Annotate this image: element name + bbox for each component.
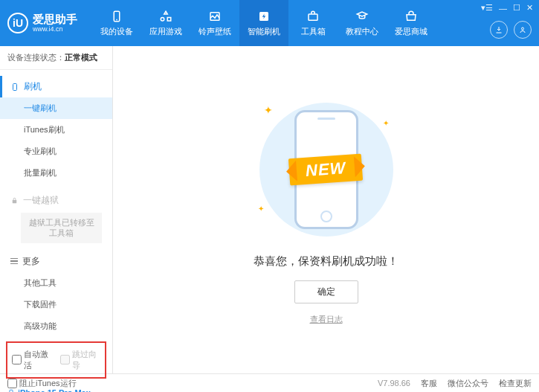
nav-tutorials[interactable]: 教程中心 (338, 0, 387, 46)
view-log-link[interactable]: 查看日志 (310, 314, 343, 325)
svg-rect-4 (309, 14, 317, 20)
footer-link-support[interactable]: 客服 (421, 378, 437, 389)
footer-link-wechat[interactable]: 微信公众号 (448, 378, 488, 389)
sidebar-item-itunes-flash[interactable]: iTunes刷机 (0, 119, 112, 141)
toolbox-icon (306, 9, 320, 24)
nav-apps-games[interactable]: 应用游戏 (141, 0, 190, 46)
logo: iU 爱思助手 www.i4.cn (7, 13, 77, 33)
sidebar-section-flash[interactable]: 刷机 (0, 76, 112, 97)
app-subtitle: www.i4.cn (33, 25, 77, 33)
user-icon[interactable] (514, 21, 532, 39)
store-icon (404, 9, 419, 24)
svg-rect-6 (13, 83, 17, 90)
app-title: 爱思助手 (33, 13, 77, 26)
sidebar-item-oneclick-flash[interactable]: 一键刷机 (0, 97, 112, 119)
success-illustration: ✦ ✦ ✦ NEW (237, 95, 416, 244)
device-icon (109, 9, 124, 24)
tutorial-icon (355, 9, 369, 24)
sidebar-section-jailbreak: 一键越狱 (0, 190, 112, 211)
sidebar-item-advanced[interactable]: 高级功能 (0, 315, 112, 337)
sparkle-icon: ✦ (264, 104, 273, 116)
nav-smart-flash[interactable]: 智能刷机 (239, 0, 288, 46)
maximize-icon[interactable]: ☐ (513, 3, 520, 13)
version-label: V7.98.66 (378, 379, 410, 388)
sparkle-icon: ✦ (383, 119, 389, 127)
checkbox-skip-guide[interactable]: 跳过向导 (60, 349, 101, 371)
body: 设备连接状态：正常模式 刷机 一键刷机 iTunes刷机 专业刷机 批量刷机 一… (0, 46, 539, 373)
ok-button[interactable]: 确定 (294, 280, 358, 303)
checkbox-block-itunes[interactable]: 阻止iTunes运行 (7, 378, 77, 389)
checkbox-auto-activate[interactable]: 自动激活 (12, 349, 53, 371)
success-message: 恭喜您，保资料刷机成功啦！ (254, 254, 398, 269)
sidebar-item-jailbreak-moved: 越狱工具已转移至工具箱 (21, 213, 102, 243)
sidebar-section-more[interactable]: 更多 (0, 251, 112, 272)
top-nav: 我的设备 应用游戏 铃声壁纸 智能刷机 工具箱 教程中心 爱思商城 (92, 0, 436, 46)
nav-ringtone-wallpaper[interactable]: 铃声壁纸 (190, 0, 239, 46)
flash-icon (256, 9, 271, 24)
minimize-icon[interactable]: — (499, 4, 507, 13)
nav-store[interactable]: 爱思商城 (387, 0, 436, 46)
close-icon[interactable]: ✕ (526, 3, 533, 13)
wallpaper-icon (207, 9, 222, 24)
lock-icon (10, 196, 19, 205)
header-actions (490, 21, 532, 39)
main-content: ✦ ✦ ✦ NEW 恭喜您，保资料刷机成功啦！ 确定 查看日志 (113, 46, 539, 373)
apps-icon (158, 9, 173, 24)
sidebar-item-other-tools[interactable]: 其他工具 (0, 272, 112, 294)
sidebar-item-pro-flash[interactable]: 专业刷机 (0, 141, 112, 162)
sidebar-item-batch-flash[interactable]: 批量刷机 (0, 162, 112, 184)
new-ribbon: NEW (288, 153, 364, 185)
nav-toolbox[interactable]: 工具箱 (288, 0, 338, 46)
window-controls: ▾☰ — ☐ ✕ (481, 3, 533, 13)
sidebar-item-download-firmware[interactable]: 下载固件 (0, 294, 112, 315)
phone-icon (10, 83, 19, 91)
sparkle-icon: ✦ (258, 205, 264, 213)
svg-point-5 (522, 28, 524, 30)
download-icon[interactable] (490, 21, 508, 39)
menu-icon[interactable]: ▾☰ (481, 3, 493, 13)
app-header: ▾☰ — ☐ ✕ iU 爱思助手 www.i4.cn 我的设备 应用游戏 铃声壁… (0, 0, 539, 46)
connection-status: 设备连接状态：正常模式 (0, 46, 112, 70)
footer-link-check-update[interactable]: 检查更新 (499, 378, 532, 389)
svg-rect-7 (13, 200, 17, 203)
logo-icon: iU (7, 13, 28, 33)
highlighted-checkbox-row: 自动激活 跳过向导 (6, 341, 106, 379)
hamburger-icon (10, 258, 18, 265)
nav-my-device[interactable]: 我的设备 (92, 0, 141, 46)
sidebar: 设备连接状态：正常模式 刷机 一键刷机 iTunes刷机 专业刷机 批量刷机 一… (0, 46, 113, 373)
